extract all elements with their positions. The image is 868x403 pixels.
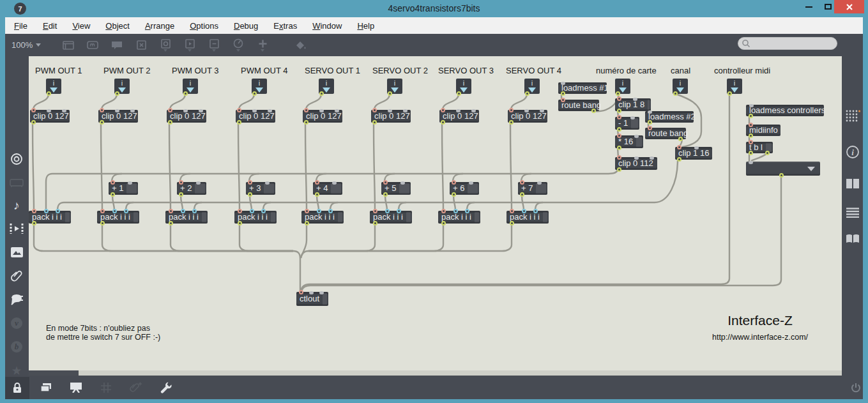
object-add[interactable]: + 4 <box>313 182 342 195</box>
zoom-control[interactable]: 100% <box>11 40 41 50</box>
music-note-icon[interactable]: ♪ <box>8 197 25 214</box>
dial-icon[interactable] <box>230 37 247 54</box>
minimize-button[interactable] <box>800 0 818 13</box>
patcher-canvas[interactable]: PWM OUT 1 PWM OUT 2 PWM OUT 3 PWM OUT 4 … <box>29 56 842 376</box>
object-add[interactable]: + 6 <box>450 182 479 195</box>
object-loadmess-controllers[interactable]: loadmess controllers <box>746 105 824 116</box>
object-clip[interactable]: clip 0 127 <box>98 110 138 123</box>
object-clip-0-112[interactable]: clip 0 112 <box>615 157 657 170</box>
wrench-icon[interactable] <box>153 376 178 399</box>
image-icon[interactable] <box>8 244 25 261</box>
menu-window[interactable]: Window <box>312 21 342 31</box>
object-trigger[interactable]: t b l <box>746 142 773 153</box>
info-icon[interactable]: i <box>844 144 861 160</box>
number-box-controller[interactable]: i <box>727 79 742 94</box>
object-ctlout[interactable]: ctlout <box>296 292 328 306</box>
menu-debug[interactable]: Debug <box>234 21 258 31</box>
object-add[interactable]: + 7 <box>518 182 547 195</box>
umenu-dropdown[interactable] <box>746 162 820 176</box>
number-box[interactable]: i <box>183 79 198 94</box>
beap-icon[interactable]: b <box>8 338 25 355</box>
toggle-icon[interactable] <box>157 37 174 54</box>
menu-options[interactable]: Options <box>190 21 218 31</box>
number-box-channel[interactable]: i <box>673 79 688 94</box>
number-box[interactable]: i <box>387 79 402 94</box>
presentation-icon[interactable] <box>64 376 88 399</box>
object-pack[interactable]: pack i i i <box>301 211 344 224</box>
object-pack[interactable]: pack i i i <box>165 211 208 224</box>
search-input[interactable] <box>753 39 830 48</box>
object-clip[interactable]: clip 0 127 <box>167 110 206 123</box>
object-loadmess-2[interactable]: loadmess #2 <box>645 111 694 123</box>
lock-icon[interactable] <box>5 376 29 399</box>
paint-icon[interactable] <box>293 37 309 54</box>
number-box-card[interactable]: i <box>615 79 630 94</box>
video-icon[interactable] <box>8 220 25 237</box>
object-clip[interactable]: clip 0 127 <box>508 110 547 123</box>
object-pack[interactable]: pack i i i <box>97 211 139 224</box>
console-icon[interactable] <box>8 174 25 191</box>
paperclip-icon[interactable] <box>8 268 25 284</box>
panes-icon[interactable] <box>844 175 861 192</box>
window-icon[interactable] <box>60 37 77 54</box>
menu-object[interactable]: Object <box>105 21 130 31</box>
object-clip[interactable]: clip 0 127 <box>303 110 342 123</box>
object-pack[interactable]: pack i i i <box>370 211 412 224</box>
list-icon[interactable] <box>844 204 861 220</box>
object-clip[interactable]: clip 0 127 <box>439 110 479 123</box>
grid-icon[interactable] <box>94 376 118 399</box>
dots-grid-icon[interactable] <box>844 107 861 124</box>
menu-file[interactable]: File <box>14 21 27 31</box>
comment-servo-out-4: SERVO OUT 4 <box>506 66 561 75</box>
power-icon[interactable] <box>844 376 868 399</box>
object-pack[interactable]: pack i i i <box>234 211 277 224</box>
object-midiinfo[interactable]: midiinfo <box>746 125 780 136</box>
clip-add-icon[interactable] <box>123 376 148 399</box>
search-box[interactable] <box>738 37 837 50</box>
menu-view[interactable]: View <box>72 21 90 31</box>
menu-arrange[interactable]: Arrange <box>145 21 174 31</box>
add-object-icon[interactable] <box>254 37 271 54</box>
menu-extras[interactable]: Extras <box>273 21 297 31</box>
object-add[interactable]: + 2 <box>177 182 206 195</box>
object-pack[interactable]: pack i i i <box>29 211 71 224</box>
object-pack[interactable]: pack i i i <box>438 211 480 224</box>
object-add[interactable]: + 5 <box>381 182 411 195</box>
target-icon[interactable] <box>8 151 25 167</box>
comment-pwm-out-4: PWM OUT 4 <box>241 66 287 75</box>
object-clip[interactable]: clip 0 127 <box>236 110 275 123</box>
number-icon[interactable] <box>206 37 222 54</box>
menu-edit[interactable]: Edit <box>43 21 57 31</box>
object-clip-1-8[interactable]: clip 1 8 <box>615 98 651 111</box>
comment-icon[interactable] <box>109 37 125 54</box>
scrollbar-thumb[interactable] <box>29 370 79 376</box>
object-clip-1-16[interactable]: clip 1 16 <box>675 147 712 160</box>
object-pack[interactable]: pack i i i <box>506 211 549 224</box>
number-box[interactable]: i <box>319 79 334 94</box>
plug-icon[interactable] <box>8 291 25 308</box>
object-route-bang-2[interactable]: route bang <box>645 128 686 139</box>
layers-icon[interactable] <box>34 376 58 399</box>
close-button[interactable] <box>834 0 864 13</box>
object-clip[interactable]: clip 0 127 <box>371 110 411 123</box>
number-box[interactable]: i <box>46 79 61 94</box>
object-add[interactable]: + 3 <box>246 182 275 195</box>
vizzie-icon[interactable]: v <box>8 315 25 331</box>
menu-help[interactable]: Help <box>357 21 374 31</box>
object-clip[interactable]: clip 0 127 <box>30 110 70 123</box>
object-multiply[interactable]: * 16 <box>615 135 643 148</box>
object-add[interactable]: + 1 <box>109 182 138 195</box>
book-icon[interactable] <box>844 231 861 247</box>
number-box[interactable]: i <box>252 79 267 94</box>
message-icon[interactable] <box>84 37 101 54</box>
object-loadmess-1[interactable]: loadmess #1 <box>558 82 607 94</box>
object-route-bang-1[interactable]: route bang <box>558 100 599 111</box>
object-icon[interactable] <box>133 37 149 54</box>
horizontal-scrollbar[interactable] <box>29 370 842 376</box>
object-subtract[interactable]: - 1 <box>615 117 639 130</box>
comment-pwm-out-3: PWM OUT 3 <box>172 66 218 75</box>
number-box[interactable]: i <box>524 79 540 94</box>
number-box[interactable]: i <box>114 79 130 94</box>
playbar-icon[interactable] <box>181 37 198 54</box>
number-box[interactable]: i <box>456 79 471 94</box>
